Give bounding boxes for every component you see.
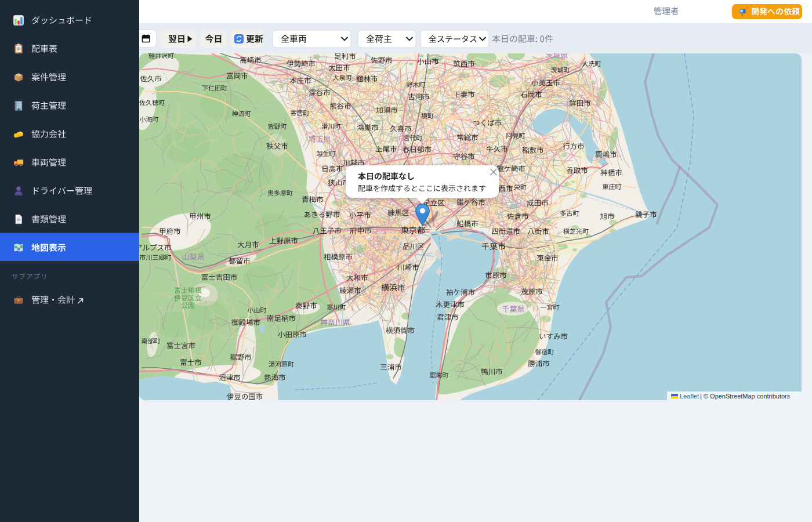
- svg-text:Leaflet: Leaflet: [680, 393, 699, 400]
- svg-text:| © OpenStreetMap contributors: | © OpenStreetMap contributors: [700, 393, 791, 400]
